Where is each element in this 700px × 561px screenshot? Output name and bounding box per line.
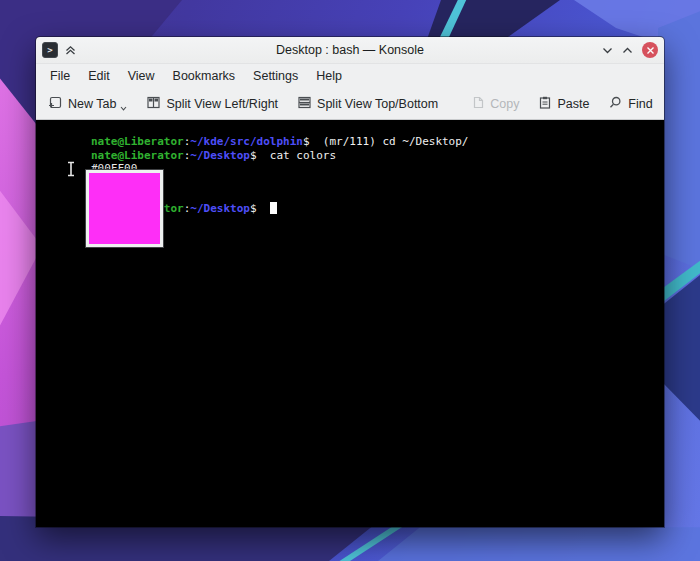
prompt-path: ~/Desktop — [190, 202, 250, 215]
ibeam-pointer-icon — [66, 161, 76, 180]
menubar: File Edit View Bookmarks Settings Help — [36, 64, 664, 88]
command-text: (mr/111) cd ~/Desktop/ — [310, 135, 469, 148]
copy-button[interactable]: Copy — [469, 93, 522, 115]
prompt-path: ~/kde/src/dolphin — [190, 135, 303, 148]
maximize-button[interactable] — [622, 45, 633, 56]
find-label: Find — [628, 97, 652, 111]
copy-label: Copy — [490, 97, 519, 111]
prompt-user-host: nate@Liberator — [91, 149, 184, 162]
minimize-button[interactable] — [602, 45, 613, 56]
split-view-left-right-button[interactable]: Split View Left/Right — [144, 93, 281, 115]
menu-settings[interactable]: Settings — [244, 66, 307, 86]
menu-file[interactable]: File — [41, 66, 79, 86]
split-tb-label: Split View Top/Bottom — [317, 97, 438, 111]
split-horizontal-icon — [298, 96, 311, 112]
prompt-path: ~/Desktop — [190, 149, 250, 162]
menu-view[interactable]: View — [119, 66, 164, 86]
menu-edit[interactable]: Edit — [79, 66, 119, 86]
titlebar[interactable]: Desktop : bash — Konsole > — [36, 37, 664, 64]
prompt-dollar: $ — [250, 202, 257, 215]
menu-help[interactable]: Help — [307, 66, 351, 86]
prompt-dollar: $ — [250, 149, 257, 162]
window-title: Desktop : bash — Konsole — [36, 43, 664, 57]
prompt-user-host: nate@Liberator — [91, 135, 184, 148]
command-text: cat colors — [257, 149, 336, 162]
paste-button[interactable]: Paste — [536, 93, 592, 115]
terminal-cursor — [270, 202, 277, 214]
split-vertical-icon — [147, 96, 160, 112]
split-lr-label: Split View Left/Right — [166, 97, 278, 111]
terminal-viewport[interactable]: nate@Liberator:~/kde/src/dolphin$ (mr/11… — [36, 120, 664, 527]
menu-bookmarks[interactable]: Bookmarks — [164, 66, 245, 86]
search-icon — [609, 96, 622, 112]
close-button[interactable] — [642, 42, 658, 58]
toolbar: New Tab Split View Left/Right Split View… — [36, 88, 664, 120]
tab-new-icon — [48, 96, 62, 112]
new-tab-label: New Tab — [68, 97, 116, 111]
konsole-window: Desktop : bash — Konsole > — [36, 37, 664, 527]
prompt-space — [257, 202, 270, 215]
copy-icon — [472, 96, 484, 112]
prompt-dollar: $ — [303, 135, 310, 148]
konsole-app-icon: > — [42, 42, 58, 58]
desktop: Desktop : bash — Konsole > — [0, 0, 700, 561]
keep-above-icon[interactable] — [65, 45, 76, 56]
color-preview-tooltip — [86, 170, 163, 247]
paste-label: Paste — [557, 97, 589, 111]
paste-icon — [539, 96, 551, 112]
terminal-line: nate@Liberator:~/kde/src/dolphin$ (mr/11… — [38, 122, 664, 135]
find-button[interactable]: Find — [606, 93, 655, 115]
split-view-top-bottom-button[interactable]: Split View Top/Bottom — [295, 93, 441, 115]
new-tab-button[interactable]: New Tab — [45, 90, 130, 117]
chevron-down-icon[interactable] — [120, 100, 127, 114]
